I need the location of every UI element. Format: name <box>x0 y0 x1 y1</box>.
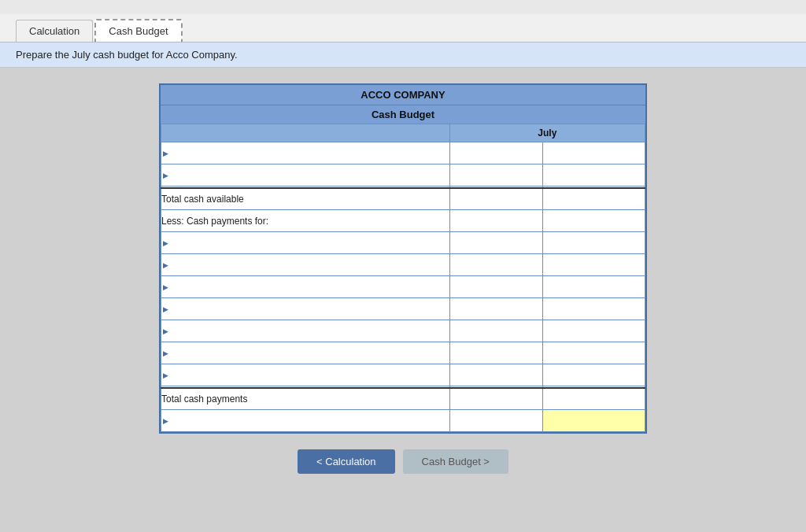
table-row <box>161 342 645 364</box>
total-cash-available-sub[interactable] <box>449 188 542 210</box>
total-cash-available-main[interactable] <box>542 188 645 210</box>
next-button[interactable]: Cash Budget > <box>403 449 508 474</box>
payment-sub-3[interactable] <box>449 276 542 298</box>
budget-table: July <box>161 124 645 432</box>
tab-cash-budget[interactable]: Cash Budget <box>94 19 182 42</box>
payment-label-3[interactable] <box>161 276 450 298</box>
payment-sub-5[interactable] <box>449 320 542 342</box>
less-payments-label: Less: Cash payments for: <box>161 210 450 232</box>
table-row <box>161 298 645 320</box>
payment-label-4[interactable] <box>161 298 450 320</box>
less-payments-main <box>542 210 645 232</box>
payment-label-6[interactable] <box>161 342 450 364</box>
table-row <box>161 142 645 164</box>
table-header-row: July <box>161 124 645 142</box>
top-bar <box>0 0 806 14</box>
table-row <box>161 276 645 298</box>
table-row <box>161 232 645 254</box>
payment-main-5[interactable] <box>542 320 645 342</box>
less-payments-row: Less: Cash payments for: <box>161 210 645 232</box>
payment-main-3[interactable] <box>542 276 645 298</box>
table-company-title: ACCO COMPANY <box>161 85 645 105</box>
payment-label-1[interactable] <box>161 232 450 254</box>
payment-label-2[interactable] <box>161 254 450 276</box>
total-cash-available-label: Total cash available <box>161 188 450 210</box>
content-area: ACCO COMPANY Cash Budget July <box>0 68 806 490</box>
last-label[interactable] <box>161 410 450 432</box>
table-row-last <box>161 410 645 432</box>
payment-main-2[interactable] <box>542 254 645 276</box>
table-row <box>161 164 645 187</box>
header-july-col: July <box>449 124 645 142</box>
label-cell-1[interactable] <box>161 142 450 164</box>
prev-button[interactable]: < Calculation <box>298 449 395 474</box>
table-subtitle: Cash Budget <box>161 105 645 124</box>
tab-calculation[interactable]: Calculation <box>16 20 93 42</box>
total-cash-payments-main[interactable] <box>542 388 645 410</box>
instruction-bar: Prepare the July cash budget for Acco Co… <box>0 42 806 68</box>
payment-label-7[interactable] <box>161 364 450 386</box>
main-cell-2[interactable] <box>542 164 645 187</box>
less-payments-sub <box>449 210 542 232</box>
main-cell-1[interactable] <box>542 142 645 164</box>
total-cash-payments-label: Total cash payments <box>161 388 450 410</box>
payment-sub-6[interactable] <box>449 342 542 364</box>
table-row <box>161 254 645 276</box>
payment-main-1[interactable] <box>542 232 645 254</box>
last-sub[interactable] <box>449 410 542 432</box>
last-main-yellow[interactable] <box>542 410 645 432</box>
sub-cell-2[interactable] <box>449 164 542 187</box>
payment-main-6[interactable] <box>542 342 645 364</box>
payment-label-5[interactable] <box>161 320 450 342</box>
table-row <box>161 364 645 386</box>
payment-main-7[interactable] <box>542 364 645 386</box>
total-cash-payments-sub[interactable] <box>449 388 542 410</box>
payment-sub-2[interactable] <box>449 254 542 276</box>
label-cell-2[interactable] <box>161 164 450 187</box>
payment-main-4[interactable] <box>542 298 645 320</box>
tabs-area: Calculation Cash Budget <box>0 14 806 42</box>
budget-table-wrapper: ACCO COMPANY Cash Budget July <box>159 83 647 434</box>
total-cash-payments-row: Total cash payments <box>161 388 645 410</box>
payment-sub-7[interactable] <box>449 364 542 386</box>
payment-sub-1[interactable] <box>449 232 542 254</box>
total-cash-available-row: Total cash available <box>161 188 645 210</box>
payment-sub-4[interactable] <box>449 298 542 320</box>
table-row <box>161 320 645 342</box>
header-label-col <box>161 124 450 142</box>
sub-cell-1[interactable] <box>449 142 542 164</box>
bottom-buttons: < Calculation Cash Budget > <box>298 449 508 474</box>
